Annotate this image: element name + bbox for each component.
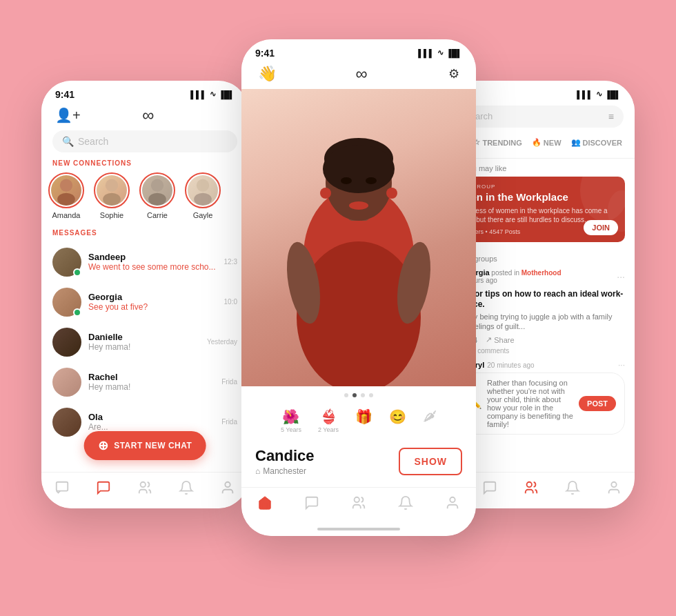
center-battery-icon: ▐█▌	[446, 49, 462, 57]
msg-time-rachel: Frida	[221, 378, 237, 386]
svg-point-6	[197, 179, 209, 191]
svg-point-20	[341, 177, 352, 184]
dot-3	[361, 393, 365, 397]
nav-home-icon-center[interactable]	[257, 495, 273, 511]
msg-time-georgia: 10:0	[224, 298, 237, 306]
left-status-bar: 9:41 ▌▌▌ ∿ ▐█▌	[41, 81, 248, 103]
add-person-icon[interactable]: 👤+	[55, 107, 81, 123]
cheryl-post-area: Cheryl 20 minutes ago ··· ✏️ Rather than…	[461, 360, 625, 437]
message-sandeep[interactable]: Sandeep We went to see some more scho...…	[41, 242, 248, 282]
people-icon: 👥	[571, 138, 581, 147]
left-status-icons: ▌▌▌ ∿ ▐█▌	[190, 90, 235, 99]
home-icon: ⌂	[255, 466, 260, 476]
filter-icon[interactable]: ⚙	[448, 66, 459, 81]
nav-person-icon-left[interactable]	[219, 479, 236, 496]
badge-chili: 🌶	[423, 408, 437, 433]
tab-new-label: NEW	[544, 139, 561, 147]
show-button[interactable]: SHOW	[399, 448, 462, 475]
post-more-icon[interactable]: ···	[617, 271, 625, 282]
msg-content-georgia: Georgia See you at five?	[88, 292, 217, 312]
phones-container: 9:41 ▌▌▌ ∿ ▐█▌ 👤+ ∞ 🔍 Search NEW CONNECT…	[28, 26, 648, 591]
svg-point-7	[194, 192, 212, 205]
tab-new[interactable]: 🔥 NEW	[528, 133, 566, 152]
connection-sophie[interactable]: Sophie	[94, 172, 130, 219]
filter-lines-icon[interactable]: ≡	[608, 111, 614, 122]
comment-input-area[interactable]: ✏️ Rather than focusing on whether you'r…	[461, 372, 625, 435]
tab-trending[interactable]: ☆ TRENDING	[469, 133, 526, 152]
nav-chat-icon-right[interactable]	[481, 479, 498, 496]
connection-amanda[interactable]: Amanda	[48, 172, 84, 219]
message-rachel[interactable]: Rachel Hey mama! Frida	[41, 362, 248, 402]
svg-point-2	[106, 179, 118, 191]
avatar-carrie	[142, 175, 172, 206]
avatar-ring-gayle	[185, 172, 221, 208]
center-header: 👋 ∞ ⚙	[241, 61, 476, 89]
nav-bell-icon-left[interactable]	[178, 479, 195, 496]
avatar-danielle	[52, 328, 81, 357]
nav-chat-icon-center[interactable]	[304, 495, 320, 511]
fire-icon: 🔥	[532, 138, 541, 147]
start-chat-button[interactable]: ⊕ START NEW CHAT	[84, 431, 206, 460]
post-group-link[interactable]: Motherhood	[521, 269, 561, 277]
nav-chat-icon-left[interactable]	[54, 479, 70, 496]
msg-name-georgia: Georgia	[88, 292, 217, 302]
svg-point-0	[60, 179, 72, 191]
msg-content-rachel: Rachel Hey mama!	[88, 372, 215, 392]
nav-bell-icon-center[interactable]	[397, 495, 414, 511]
right-wifi-icon: ∿	[596, 90, 602, 99]
signal-icon: ▌▌▌	[190, 90, 206, 99]
nav-groups-icon-left[interactable]	[137, 479, 153, 496]
profile-name-location: Candice ⌂ Manchester	[255, 447, 315, 476]
msg-content-sandeep: Sandeep We went to see some more scho...	[88, 252, 217, 272]
dots-indicator	[241, 386, 476, 401]
nav-person-icon-center[interactable]	[444, 495, 461, 511]
search-placeholder-left: Search	[78, 136, 108, 147]
left-search-bar[interactable]: 🔍 Search	[52, 130, 237, 152]
message-georgia[interactable]: Georgia See you at five? 10:0	[41, 282, 248, 322]
tab-discover[interactable]: 👥 DISCOVER	[567, 133, 626, 152]
search-icon-left: 🔍	[62, 136, 74, 147]
messages-label: MESSAGES	[41, 229, 248, 242]
connection-gayle[interactable]: Gayle	[185, 172, 221, 219]
connection-carrie[interactable]: Carrie	[139, 172, 175, 219]
join-button[interactable]: JOIN	[584, 220, 618, 235]
connection-name-sophie: Sophie	[100, 211, 123, 219]
badge-icon-5years: 🌺	[282, 408, 299, 425]
svg-point-25	[450, 497, 455, 501]
avatar-sandeep	[52, 248, 81, 277]
nav-bell-icon-right[interactable]	[564, 479, 581, 496]
badge-icon-chili: 🌶	[423, 408, 437, 424]
svg-point-19	[349, 201, 368, 210]
left-screen: 9:41 ▌▌▌ ∿ ▐█▌ 👤+ ∞ 🔍 Search NEW CONNECT…	[41, 81, 248, 508]
msg-time-ola: Frida	[221, 418, 237, 426]
post-share-action[interactable]: ↗ Share	[486, 335, 514, 344]
cheryl-more-icon[interactable]: ···	[618, 360, 625, 370]
app-logo-center: ∞	[355, 64, 369, 83]
avatar-ring-amanda	[48, 172, 84, 208]
svg-point-1	[57, 192, 75, 205]
nav-groups-icon-center[interactable]	[350, 495, 367, 511]
profile-image-area	[241, 89, 476, 386]
nav-person-icon-right[interactable]	[606, 479, 622, 496]
badge-5years: 🌺 5 Years	[281, 408, 301, 433]
avatar-gayle	[188, 175, 218, 206]
msg-preview-sandeep: We went to see some more scho...	[88, 262, 217, 272]
svg-point-18	[386, 188, 397, 199]
home-indicator-center	[317, 528, 400, 530]
tab-discover-label: DISCOVER	[583, 139, 622, 147]
center-wifi-icon: ∿	[437, 48, 444, 57]
wave-icon[interactable]: 👋	[258, 65, 277, 83]
connection-name-carrie: Carrie	[147, 211, 168, 219]
left-phone: 9:41 ▌▌▌ ∿ ▐█▌ 👤+ ∞ 🔍 Search NEW CONNECT…	[41, 81, 248, 508]
center-phone: 9:41 ▌▌▌ ∿ ▐█▌ 👋 ∞ ⚙	[241, 39, 476, 536]
left-bottom-nav	[41, 472, 248, 508]
msg-content-ola: Ola Are...	[88, 412, 215, 432]
nav-groups-icon-right[interactable]	[523, 479, 539, 496]
badges-row: 🌺 5 Years 👙 2 Years 🎁 😊 🌶	[241, 401, 476, 440]
nav-messages-icon-left[interactable]	[95, 479, 112, 496]
message-danielle[interactable]: Danielle Hey mama! Yesterday	[41, 322, 248, 362]
dot-4	[369, 393, 373, 397]
msg-preview-rachel: Hey mama!	[88, 382, 215, 392]
post-posted-in: posted in	[491, 269, 521, 277]
post-button[interactable]: POST	[579, 396, 616, 411]
